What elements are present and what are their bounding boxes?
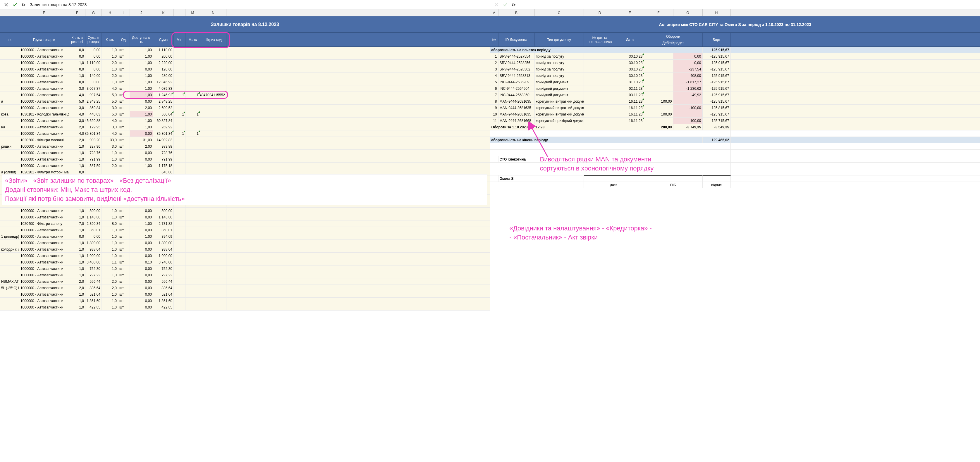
cell[interactable]: шт bbox=[118, 98, 130, 105]
cell[interactable]: 2 390,34 bbox=[86, 221, 102, 227]
cell[interactable]: -125 915,67 bbox=[703, 66, 731, 72]
cell[interactable]: 1,0 bbox=[69, 246, 86, 252]
cell[interactable]: шт bbox=[118, 240, 130, 246]
cell[interactable]: 120,60 bbox=[153, 66, 174, 72]
cell[interactable]: 1000000 - Автозапчастини bbox=[19, 66, 69, 72]
cell[interactable]: INC-9444-2536909 bbox=[498, 79, 535, 85]
table-row[interactable]: 1000000 - Автозапчастини1,0422,851,0шт0,… bbox=[0, 304, 490, 311]
cell[interactable]: 179,95 bbox=[86, 124, 102, 130]
cell[interactable]: MAN-9444-2681635 bbox=[498, 105, 535, 111]
cell[interactable]: прихід за послугу bbox=[535, 53, 584, 59]
cell[interactable]: 327,96 bbox=[86, 143, 102, 149]
cell[interactable] bbox=[644, 105, 673, 111]
cell[interactable]: 2 609,52 bbox=[153, 105, 174, 111]
cell[interactable]: корегуючий прихідний документ bbox=[535, 117, 584, 124]
cell[interactable]: 1,0 bbox=[102, 233, 118, 240]
cell[interactable]: 1000000 - Автозапчастини bbox=[19, 214, 69, 220]
cell[interactable] bbox=[174, 304, 186, 310]
cell[interactable]: 1,0 bbox=[102, 208, 118, 214]
cell[interactable]: 8,0 bbox=[102, 221, 118, 227]
table-row[interactable]: датаПІБпідпис bbox=[490, 182, 980, 188]
cell[interactable] bbox=[186, 304, 200, 310]
cell[interactable]: -129 465,02 bbox=[703, 137, 731, 143]
col-header-D[interactable]: D bbox=[584, 10, 616, 16]
cell[interactable]: 1 110,00 bbox=[153, 47, 174, 53]
cell[interactable] bbox=[200, 208, 226, 214]
table-row[interactable] bbox=[490, 143, 980, 150]
cell[interactable] bbox=[200, 79, 226, 85]
cell[interactable] bbox=[644, 175, 703, 182]
cell[interactable]: 752,30 bbox=[86, 265, 102, 271]
cell[interactable]: 1000000 - Автозапчастини bbox=[19, 291, 69, 297]
cell[interactable]: 33,0 bbox=[102, 137, 118, 143]
cell[interactable]: -1 236,62 bbox=[673, 86, 703, 92]
cell[interactable]: 85 801,84 bbox=[86, 130, 102, 137]
col-header-K[interactable]: K bbox=[153, 10, 174, 16]
cell[interactable]: 0,00 bbox=[130, 272, 153, 278]
cell[interactable]: 12 345,92 bbox=[153, 79, 174, 85]
cell[interactable]: 0,00 bbox=[130, 98, 153, 105]
cell[interactable] bbox=[186, 137, 200, 143]
cell[interactable]: 1000000 - Автозапчастини bbox=[19, 60, 69, 66]
cell[interactable]: 1,00 bbox=[130, 60, 153, 66]
cell[interactable]: 1,0 bbox=[102, 240, 118, 246]
cell[interactable]: 3,0 bbox=[102, 105, 118, 111]
cell[interactable] bbox=[186, 79, 200, 85]
cell[interactable]: 1000000 - Автозапчастини bbox=[19, 124, 69, 130]
cell[interactable] bbox=[0, 221, 19, 227]
cell[interactable]: 983,88 bbox=[153, 143, 174, 149]
cell[interactable]: 0,00 bbox=[130, 291, 153, 297]
th-2[interactable]: К-сть в резерві bbox=[69, 33, 86, 46]
cell[interactable]: 85 801,84 bbox=[153, 130, 174, 137]
cell[interactable]: 1 800,00 bbox=[153, 240, 174, 246]
cell[interactable] bbox=[186, 98, 200, 105]
accept-icon[interactable] bbox=[501, 1, 509, 8]
cell[interactable]: 1,0 bbox=[102, 272, 118, 278]
cell[interactable]: 1 цилиндр) bbox=[0, 233, 19, 240]
table-row[interactable]: 1000000 - Автозапчастини1,0140,002,0шт1,… bbox=[0, 73, 490, 79]
cell[interactable]: -125 915,67 bbox=[703, 79, 731, 85]
cell[interactable]: прихідний документ bbox=[535, 86, 584, 92]
cell[interactable] bbox=[174, 285, 186, 291]
formula-input[interactable]: Залишки товарів на 8.12.2023 bbox=[29, 1, 488, 8]
cell[interactable]: 752,30 bbox=[153, 265, 174, 271]
table-row[interactable]: 1000000 - Автозапчастини1,0300,001,0шт0,… bbox=[0, 208, 490, 214]
cell[interactable] bbox=[186, 252, 200, 259]
table-row[interactable]: 1000000 - Автозапчастини1,0360,011,0шт0,… bbox=[0, 227, 490, 233]
cell[interactable] bbox=[200, 98, 226, 105]
cell[interactable]: шт bbox=[118, 246, 130, 252]
cell[interactable] bbox=[200, 130, 226, 137]
cell[interactable]: 0,00 bbox=[130, 278, 153, 284]
cell[interactable] bbox=[174, 53, 186, 59]
cell[interactable]: -3 749,35 bbox=[673, 124, 703, 130]
cell[interactable] bbox=[584, 73, 616, 79]
cell[interactable]: 300,00 bbox=[86, 208, 102, 214]
col-header-N[interactable]: N bbox=[200, 10, 226, 16]
table-row[interactable]: 9MAN-9444-2681635корегуючий витратний до… bbox=[490, 105, 980, 111]
cell[interactable]: 14 902,83 bbox=[153, 137, 174, 143]
cell[interactable]: 550,04 bbox=[153, 111, 174, 117]
cell[interactable] bbox=[174, 272, 186, 278]
cell[interactable]: Обороти за 1.10.2023 - 31.12.23 bbox=[490, 124, 644, 130]
cell[interactable]: 4 089,83 bbox=[153, 86, 174, 92]
cell[interactable] bbox=[0, 130, 19, 137]
cell[interactable] bbox=[200, 259, 226, 265]
cell[interactable]: шт bbox=[118, 265, 130, 271]
cell[interactable]: 0,00 bbox=[86, 53, 102, 59]
cell[interactable]: 30.10.23 bbox=[616, 60, 644, 66]
cell[interactable] bbox=[174, 156, 186, 162]
cell[interactable]: 1,0 bbox=[102, 47, 118, 53]
cell[interactable]: 0,00 bbox=[130, 252, 153, 259]
cell[interactable]: аборгованість на початок періоду bbox=[490, 47, 703, 53]
cell[interactable]: 1000000 - Автозапчастини bbox=[19, 298, 69, 304]
cell[interactable] bbox=[200, 156, 226, 162]
cell[interactable]: прихід за послугу bbox=[535, 66, 584, 72]
cell[interactable] bbox=[584, 117, 616, 124]
cell[interactable]: 0,00 bbox=[130, 265, 153, 271]
cell[interactable] bbox=[186, 163, 200, 169]
col-header-C[interactable]: C bbox=[535, 10, 584, 16]
col-header-M[interactable]: M bbox=[186, 10, 200, 16]
cell[interactable] bbox=[200, 124, 226, 130]
cell[interactable]: 1,0 bbox=[102, 246, 118, 252]
cell[interactable]: 1020400 - Фільтри салону bbox=[19, 221, 69, 227]
